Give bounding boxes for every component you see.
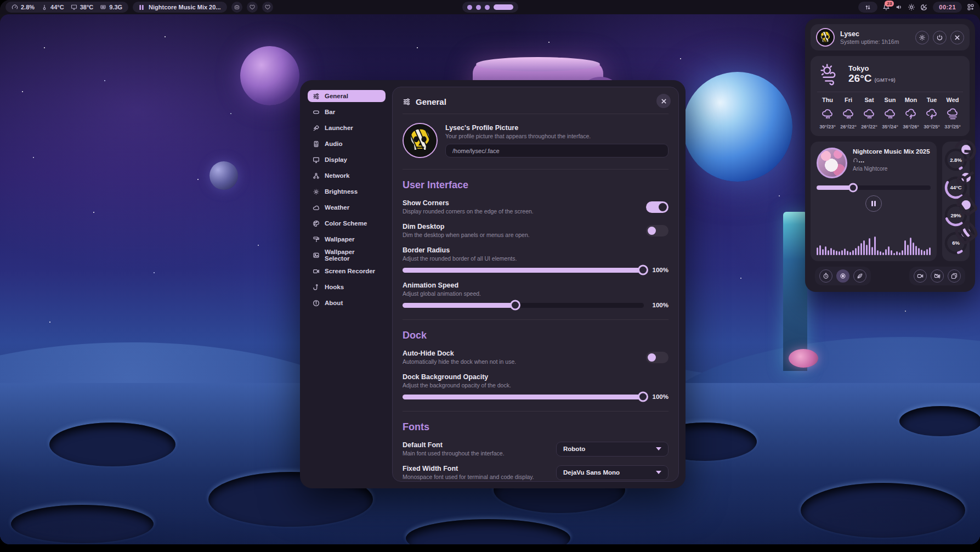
network-button[interactable] <box>858 2 877 13</box>
workspace-indicator[interactable] <box>462 2 518 13</box>
storm-cloud-icon <box>925 107 939 121</box>
album-art <box>817 148 847 178</box>
temperature-stat[interactable]: 44°C <box>41 4 64 10</box>
pill-icon <box>313 109 320 116</box>
slider-thumb[interactable] <box>638 265 648 275</box>
bot-icon[interactable] <box>231 2 242 13</box>
fixed-font-dropdown[interactable]: DejaVu Sans Mono <box>556 465 669 480</box>
timer-button[interactable] <box>819 269 832 283</box>
sidebar-item-launcher[interactable]: Launcher <box>308 122 386 134</box>
chevron-down-icon <box>656 471 661 474</box>
close-icon <box>954 35 960 41</box>
sliders-icon <box>313 93 320 100</box>
notifications-button[interactable]: 23 <box>882 3 890 11</box>
hook-icon <box>313 284 320 291</box>
section-heading-ui: User Interface <box>403 179 669 191</box>
gauge-icon <box>12 4 18 10</box>
overview-button[interactable] <box>967 3 975 11</box>
sidebar-item-about[interactable]: About <box>308 297 386 309</box>
workspace-dot[interactable] <box>485 5 490 10</box>
sidebar-item-hooks[interactable]: Hooks <box>308 281 386 293</box>
grid-plus-icon <box>967 3 975 11</box>
idle-inhibitor-button[interactable] <box>853 269 866 283</box>
track-progress-slider[interactable] <box>817 185 931 190</box>
avatar[interactable] <box>403 123 438 158</box>
feather-icon <box>857 273 863 279</box>
heart-icon[interactable] <box>247 2 258 13</box>
sidebar-item-display[interactable]: Display <box>308 154 386 166</box>
sidebar-item-bar[interactable]: Bar <box>308 106 386 118</box>
setting-row-fixed-font: Fixed Width Font Monospace font used for… <box>403 465 669 480</box>
notification-badge: 23 <box>885 1 894 7</box>
screen-record-button[interactable] <box>914 269 927 283</box>
volume-button[interactable] <box>895 3 903 11</box>
video-camera-off-icon <box>934 273 941 279</box>
sun-wind-icon <box>817 61 842 87</box>
profile-description: Your profile picture that appears throug… <box>445 133 669 139</box>
paint-roller-icon <box>313 236 320 243</box>
section-heading-fonts: Fonts <box>403 421 669 433</box>
panel-footer <box>811 267 970 286</box>
setting-row-auto-hide-dock: Auto-Hide Dock Automatically hide the do… <box>403 350 669 365</box>
workspace-dot[interactable] <box>476 5 481 10</box>
memory-stat[interactable]: 9.3G <box>100 4 122 10</box>
sidebar-item-wallpaper-selector[interactable]: Wallpaper Selector <box>308 249 386 261</box>
media-pill[interactable]: Nightcore Music Mix 20... <box>133 2 226 13</box>
slider-thumb[interactable] <box>638 392 648 402</box>
auto-hide-dock-toggle[interactable] <box>646 352 669 363</box>
user-name: Lysec <box>840 30 899 38</box>
sidebar-item-wallpaper[interactable]: Wallpaper <box>308 233 386 245</box>
close-button[interactable] <box>656 94 671 108</box>
slider-thumb[interactable] <box>848 183 858 193</box>
sidebar-item-audio[interactable]: Audio <box>308 138 386 150</box>
forecast-day: Tue 30°/25° <box>921 97 942 129</box>
brightness-button[interactable] <box>908 3 915 11</box>
border-radius-slider[interactable] <box>403 268 644 273</box>
pause-button[interactable] <box>865 195 882 212</box>
weather-temp: 26°C <box>848 72 871 85</box>
gpu-temp-stat[interactable]: 38°C <box>71 4 94 10</box>
workspace-dot[interactable] <box>467 5 472 10</box>
setting-row-border-radius: Border Radius Adjust the rounded border … <box>403 246 669 273</box>
heart-icon[interactable] <box>262 2 273 13</box>
workspace-active-pill[interactable] <box>494 4 513 10</box>
dim-desktop-toggle[interactable] <box>646 225 669 236</box>
rain-cloud-icon <box>863 107 876 121</box>
network-icon <box>313 172 320 179</box>
settings-button[interactable] <box>915 31 929 44</box>
moon-icon <box>920 3 928 11</box>
info-icon <box>313 300 320 307</box>
sidebar-item-network[interactable]: Network <box>308 170 386 182</box>
section-heading-dock: Dock <box>403 330 669 341</box>
setting-row-animation-speed: Animation Speed Adjust global animation … <box>403 281 669 308</box>
profile-path-input[interactable] <box>445 144 669 157</box>
screenshot-button[interactable] <box>948 269 961 283</box>
sidebar-item-general[interactable]: General <box>308 90 386 102</box>
slider-thumb[interactable] <box>510 300 520 311</box>
cpu-stat[interactable]: 2.8% <box>12 4 35 10</box>
record-button[interactable] <box>836 269 849 283</box>
default-font-dropdown[interactable]: Roboto <box>556 442 669 457</box>
night-mode-button[interactable] <box>920 3 928 11</box>
sidebar-item-color-scheme[interactable]: Color Scheme <box>308 217 386 229</box>
pause-icon <box>871 200 876 207</box>
fog-cloud-icon <box>946 107 960 121</box>
animation-speed-slider[interactable] <box>403 303 644 308</box>
storm-cloud-icon <box>904 107 918 121</box>
close-panel-button[interactable] <box>950 31 964 44</box>
power-button[interactable] <box>933 31 947 44</box>
cloud-icon <box>313 204 320 211</box>
close-icon <box>661 98 667 104</box>
camera-off-button[interactable] <box>931 269 944 283</box>
show-corners-toggle[interactable] <box>646 201 669 213</box>
sidebar-item-brightness[interactable]: Brightness <box>308 185 386 198</box>
profile-title: Lysec's Profile Picture <box>445 124 669 132</box>
clock[interactable]: 00:21 <box>933 2 962 13</box>
top-bar: 2.8% 44°C 38°C 9.3G Nightcore Music Mix … <box>0 0 980 14</box>
uptime-label: System uptime: 1h16m <box>840 38 899 45</box>
sidebar-item-screen-recorder[interactable]: Screen Recorder <box>308 265 386 277</box>
utility-buttons <box>815 267 871 285</box>
dock-opacity-slider[interactable] <box>403 395 644 399</box>
sidebar-item-weather[interactable]: Weather <box>308 201 386 213</box>
setting-row-dock-opacity: Dock Background Opacity Adjust the backg… <box>403 373 669 400</box>
